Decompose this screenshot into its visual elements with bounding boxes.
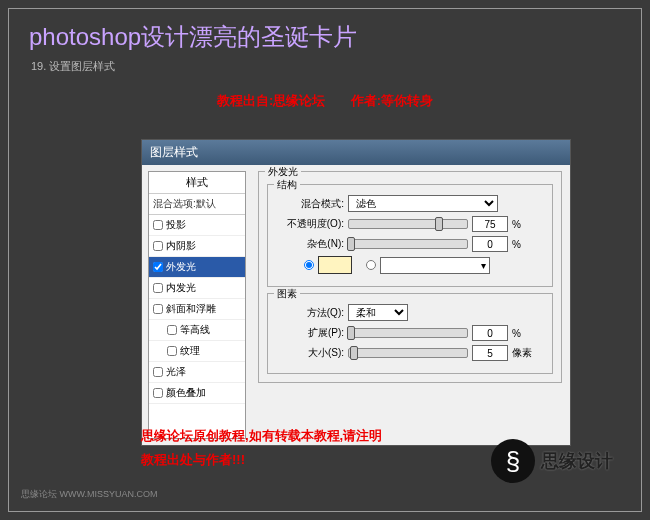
size-input[interactable] xyxy=(472,345,508,361)
size-slider[interactable] xyxy=(348,348,468,358)
spread-unit: % xyxy=(512,328,521,339)
credit-source: 教程出自:思缘论坛 xyxy=(217,93,325,108)
logo: § 思缘设计 xyxy=(491,439,613,483)
styles-sidebar: 样式 混合选项:默认 投影内阴影外发光内发光斜面和浮雕等高线纹理光泽颜色叠加 xyxy=(148,171,246,439)
sidebar-checkbox[interactable] xyxy=(153,304,163,314)
spread-label: 扩展(P): xyxy=(274,326,344,340)
sidebar-item-label: 颜色叠加 xyxy=(166,386,206,400)
noise-slider[interactable] xyxy=(348,239,468,249)
sidebar-item-label: 内阴影 xyxy=(166,239,196,253)
page-frame: photoshop设计漂亮的圣诞卡片 19. 设置图层样式 教程出自:思缘论坛 … xyxy=(8,8,642,512)
sidebar-item-label: 等高线 xyxy=(180,323,210,337)
sidebar-checkbox[interactable] xyxy=(153,283,163,293)
blend-mode-select[interactable]: 滤色 xyxy=(348,195,498,212)
sidebar-item-label: 外发光 xyxy=(166,260,196,274)
sidebar-item-3[interactable]: 内发光 xyxy=(149,278,245,299)
size-label: 大小(S): xyxy=(274,346,344,360)
sidebar-item-label: 投影 xyxy=(166,218,186,232)
sidebar-item-5[interactable]: 等高线 xyxy=(149,320,245,341)
sidebar-checkbox[interactable] xyxy=(153,367,163,377)
structure-group: 结构 混合模式: 滤色 不透明度(O): % xyxy=(267,184,553,287)
sidebar-item-8[interactable]: 颜色叠加 xyxy=(149,383,245,404)
sidebar-header[interactable]: 样式 xyxy=(149,172,245,194)
sidebar-item-label: 内发光 xyxy=(166,281,196,295)
sidebar-item-0[interactable]: 投影 xyxy=(149,215,245,236)
layer-style-dialog: 图层样式 样式 混合选项:默认 投影内阴影外发光内发光斜面和浮雕等高线纹理光泽颜… xyxy=(141,139,571,446)
elements-title: 图素 xyxy=(274,287,300,301)
sidebar-item-7[interactable]: 光泽 xyxy=(149,362,245,383)
sidebar-item-6[interactable]: 纹理 xyxy=(149,341,245,362)
sidebar-checkbox[interactable] xyxy=(153,388,163,398)
sidebar-item-4[interactable]: 斜面和浮雕 xyxy=(149,299,245,320)
outer-glow-group: 外发光 结构 混合模式: 滤色 不透明度(O): xyxy=(258,171,562,383)
footer-line2: 教程出处与作者!!! xyxy=(141,448,382,471)
page-title: photoshop设计漂亮的圣诞卡片 xyxy=(9,9,641,59)
sidebar-item-label: 纹理 xyxy=(180,344,200,358)
main-panel: 外发光 结构 混合模式: 滤色 不透明度(O): xyxy=(250,165,570,445)
sidebar-item-2[interactable]: 外发光 xyxy=(149,257,245,278)
opacity-unit: % xyxy=(512,219,521,230)
sidebar-item-label: 斜面和浮雕 xyxy=(166,302,216,316)
step-text: 19. 设置图层样式 xyxy=(9,59,641,74)
dialog-titlebar[interactable]: 图层样式 xyxy=(142,140,570,165)
sidebar-checkbox[interactable] xyxy=(153,220,163,230)
opacity-label: 不透明度(O): xyxy=(274,217,344,231)
technique-label: 方法(Q): xyxy=(274,306,344,320)
outer-glow-title: 外发光 xyxy=(265,165,301,179)
spread-slider[interactable] xyxy=(348,328,468,338)
blend-mode-label: 混合模式: xyxy=(274,197,344,211)
structure-title: 结构 xyxy=(274,178,300,192)
opacity-slider[interactable] xyxy=(348,219,468,229)
credit-line: 教程出自:思缘论坛 作者:等你转身 xyxy=(9,92,641,110)
logo-icon: § xyxy=(491,439,535,483)
footer-notice: 思缘论坛原创教程,如有转载本教程,请注明 教程出处与作者!!! xyxy=(141,424,382,471)
credit-author: 作者:等你转身 xyxy=(351,93,433,108)
sidebar-checkbox[interactable] xyxy=(153,241,163,251)
sidebar-checkbox[interactable] xyxy=(153,262,163,272)
size-unit: 像素 xyxy=(512,346,532,360)
bottom-site: 思缘论坛 WWW.MISSYUAN.COM xyxy=(21,488,158,501)
logo-text: 思缘设计 xyxy=(541,449,613,473)
noise-input[interactable] xyxy=(472,236,508,252)
sidebar-blend-options[interactable]: 混合选项:默认 xyxy=(149,194,245,215)
noise-unit: % xyxy=(512,239,521,250)
color-radio[interactable] xyxy=(304,260,314,270)
sidebar-checkbox[interactable] xyxy=(167,346,177,356)
sidebar-item-1[interactable]: 内阴影 xyxy=(149,236,245,257)
elements-group: 图素 方法(Q): 柔和 扩展(P): % xyxy=(267,293,553,374)
color-swatch[interactable] xyxy=(318,256,352,274)
sidebar-checkbox[interactable] xyxy=(167,325,177,335)
opacity-input[interactable] xyxy=(472,216,508,232)
gradient-radio[interactable] xyxy=(366,260,376,270)
technique-select[interactable]: 柔和 xyxy=(348,304,408,321)
gradient-select[interactable]: ▾ xyxy=(380,257,490,274)
noise-label: 杂色(N): xyxy=(274,237,344,251)
spread-input[interactable] xyxy=(472,325,508,341)
footer-line1: 思缘论坛原创教程,如有转载本教程,请注明 xyxy=(141,424,382,447)
sidebar-item-label: 光泽 xyxy=(166,365,186,379)
